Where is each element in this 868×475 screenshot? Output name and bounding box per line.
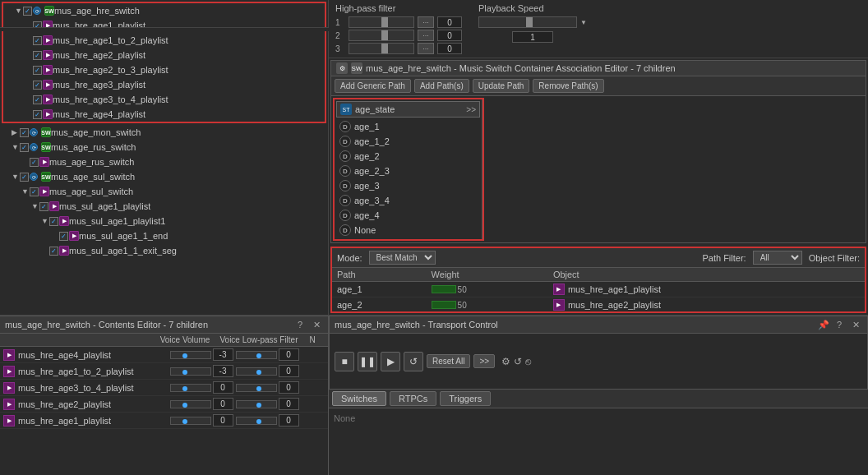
contents-row[interactable]: ▶ mus_hre_age1_to_2_playlist -3 0 (0, 363, 328, 380)
tree-checkbox[interactable]: ✓ (33, 110, 42, 119)
contents-row[interactable]: ▶ mus_hre_age1_playlist 0 0 (0, 413, 328, 429)
tree-arrow[interactable]: ▶ (12, 128, 20, 136)
row-voice-val[interactable]: -3 (169, 365, 234, 377)
mode-select[interactable]: Best Match (369, 251, 436, 265)
tree-checkbox[interactable]: ✓ (33, 66, 42, 75)
tree-arrow[interactable]: ▼ (41, 217, 49, 225)
contents-row[interactable]: ▶ mus_hre_age2_playlist 0 0 (0, 396, 328, 413)
tree-item-age3[interactable]: ✓ ▶ mus_hre_age3_playlist (3, 77, 325, 92)
filter-dots-2[interactable]: ··· (418, 30, 434, 41)
path-table-row[interactable]: age_1 50 ▶ mus_hre_age1_playlist (332, 282, 865, 297)
path-table-row[interactable]: age_2 50 ▶ mus_hre_age2_playlist (332, 297, 865, 312)
lowpass-slider[interactable] (236, 367, 277, 376)
state-item-age3[interactable]: D age_3 (336, 178, 480, 193)
play-button[interactable]: ▶ (381, 352, 400, 371)
tree-item-age4[interactable]: ✓ ▶ mus_hre_age4_playlist (3, 107, 325, 122)
contents-row[interactable]: ▶ mus_hre_age4_playlist -3 0 (0, 347, 328, 363)
state-item-age2[interactable]: D age_2 (336, 149, 480, 164)
pause-button[interactable]: ❚❚ (358, 352, 377, 371)
state-item-none[interactable]: D None (336, 223, 480, 238)
tree-checkbox[interactable]: ✓ (49, 247, 58, 256)
tree-checkbox[interactable]: ✓ (33, 95, 42, 104)
voice-slider[interactable] (170, 351, 211, 359)
row-lowpass-val[interactable]: 0 (234, 381, 300, 394)
filter-slider-3[interactable] (349, 43, 414, 54)
state-item-age3-4[interactable]: D age_3_4 (336, 193, 480, 208)
row-voice-val[interactable]: 0 (169, 414, 234, 427)
row-voice-val[interactable]: 0 (169, 398, 234, 410)
filter-dots-1[interactable]: ··· (418, 16, 434, 28)
reset-all-button[interactable]: Reset All (427, 354, 470, 368)
update-path-button[interactable]: Update Path (473, 79, 530, 93)
voice-slider[interactable] (170, 400, 211, 408)
tree-item-rus[interactable]: ▼ ✓ ⟳ SW mus_age_rus_switch (0, 140, 328, 154)
row-lowpass-val[interactable]: 0 (234, 365, 300, 377)
transport-help-btn[interactable]: ? (833, 318, 846, 331)
tree-arrow[interactable]: ▼ (21, 187, 30, 196)
lowpass-slider[interactable] (236, 417, 277, 425)
tree-checkbox[interactable]: ✓ (59, 232, 68, 241)
tree-checkbox[interactable]: ✓ (33, 51, 42, 60)
tree-item-rus-child[interactable]: ✓ ▶ mus_age_rus_switch (0, 154, 328, 169)
path-table-scroll[interactable]: Path Weight Object age_1 50 ▶ mus_hre_ag… (332, 268, 865, 311)
voice-slider[interactable] (170, 384, 211, 392)
tree-item-sul-child[interactable]: ▼ ✓ ▶ mus_age_sul_switch (0, 184, 328, 199)
switches-tab[interactable]: Switches (332, 391, 386, 406)
tree-item-age1to2[interactable]: ✓ ▶ mus_hre_age1_to_2_playlist (3, 33, 325, 48)
close-icon-btn[interactable]: ✕ (310, 318, 323, 331)
row-lowpass-val[interactable]: 0 (234, 414, 300, 427)
contents-row[interactable]: ▶ mus_hre_age3_to_4_playlist 0 0 (0, 380, 328, 396)
filter-slider-2[interactable] (349, 30, 414, 41)
row-lowpass-val[interactable]: 0 (234, 348, 300, 361)
tree-checkbox[interactable]: ✓ (39, 202, 48, 211)
lowpass-slider[interactable] (236, 351, 277, 359)
tree-arrow[interactable]: ▼ (12, 143, 20, 151)
state-item-age1[interactable]: D age_1 (336, 119, 480, 134)
tree-checkbox[interactable]: ✓ (49, 217, 58, 226)
stop-button[interactable]: ■ (335, 352, 354, 371)
tree-item-sul-age1[interactable]: ▼ ✓ ▶ mus_sul_age1_playlist (0, 199, 328, 214)
tree-checkbox[interactable]: ✓ (20, 173, 29, 182)
tree-checkbox[interactable]: ✓ (30, 158, 39, 167)
voice-slider[interactable] (170, 417, 211, 425)
tree-item-age2[interactable]: ✓ ▶ mus_hre_age2_playlist (3, 48, 325, 62)
tree-arrow[interactable]: ▼ (12, 173, 20, 181)
remove-paths-button[interactable]: Remove Path(s) (533, 79, 603, 93)
tree-item-hre-switch[interactable]: ▼ ✓ ⟳ SW mus_age_hre_switch (3, 3, 325, 18)
help-icon-btn[interactable]: ? (293, 318, 307, 331)
tree-item-sul-exit[interactable]: ✓ ▶ mus_sul_age1_1_exit_seg (0, 243, 328, 258)
tree-checkbox[interactable]: ✓ (23, 7, 32, 16)
state-item-age4[interactable]: D age_4 (336, 208, 480, 223)
tree-arrow[interactable]: ▼ (31, 202, 39, 210)
lowpass-slider[interactable] (236, 384, 277, 392)
tree-item-age2to3[interactable]: ✓ ▶ mus_hre_age2_to_3_playlist (3, 62, 325, 77)
filter-dots-3[interactable]: ··· (418, 43, 434, 54)
tree-expand-arrow[interactable]: ▼ (15, 7, 23, 15)
arrows-button[interactable]: >> (473, 354, 495, 368)
row-voice-val[interactable]: -3 (169, 348, 234, 361)
tree-item-sul-end[interactable]: ✓ ▶ mus_sul_age1_1_end (0, 228, 328, 243)
playback-dropdown-arrow[interactable]: ▼ (580, 19, 587, 26)
playback-slider[interactable] (478, 16, 577, 28)
tree-item-mon[interactable]: ▶ ✓ ⟳ SW mus_age_mon_switch (0, 125, 328, 140)
tree-item-sul[interactable]: ▼ ✓ ⟳ SW mus_age_sul_switch (0, 169, 328, 184)
state-group-arrows[interactable]: >> (466, 105, 476, 114)
state-item-age1-2[interactable]: D age_1_2 (336, 134, 480, 149)
state-item-age2-3[interactable]: D age_2_3 (336, 164, 480, 178)
lowpass-slider[interactable] (236, 400, 277, 408)
tree-checkbox[interactable]: ✓ (20, 143, 29, 152)
add-generic-path-button[interactable]: Add Generic Path (335, 79, 411, 93)
voice-slider[interactable] (170, 367, 211, 376)
add-paths-button[interactable]: Add Path(s) (414, 79, 469, 93)
filter-slider-1[interactable] (349, 16, 414, 28)
tree-item-sul-age1p1[interactable]: ▼ ✓ ▶ mus_sul_age1_playlist1 (0, 214, 328, 228)
triggers-tab[interactable]: Triggers (440, 391, 491, 406)
loop-button[interactable]: ↺ (404, 352, 423, 371)
tree-checkbox[interactable]: ✓ (30, 187, 39, 196)
row-voice-val[interactable]: 0 (169, 381, 234, 394)
tree-item-age3to4[interactable]: ✓ ▶ mus_hre_age3_to_4_playlist (3, 92, 325, 107)
tree-checkbox[interactable]: ✓ (33, 81, 42, 90)
path-filter-select[interactable]: All (753, 251, 802, 265)
row-lowpass-val[interactable]: 0 (234, 398, 300, 410)
rtpcs-tab[interactable]: RTPCs (390, 391, 436, 406)
